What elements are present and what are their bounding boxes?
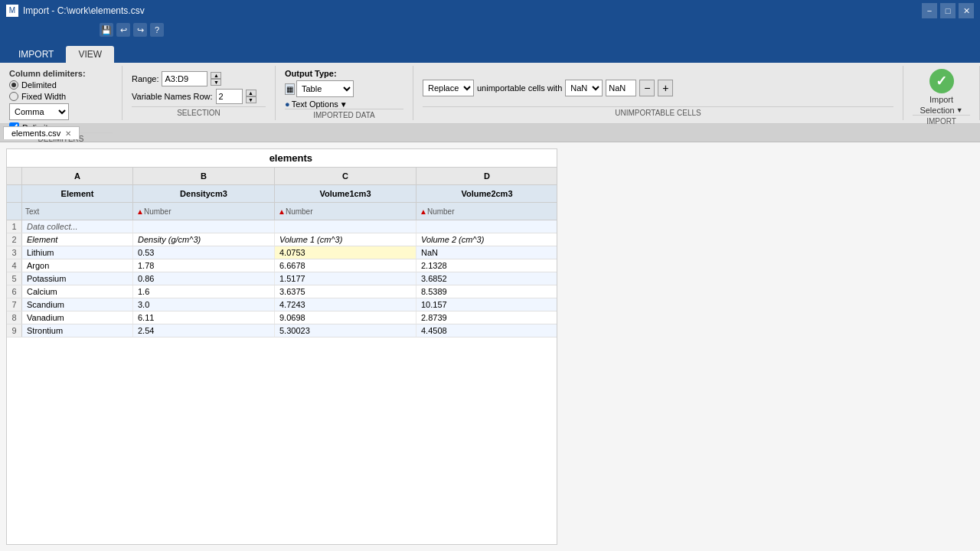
import-text: Import (929, 95, 953, 104)
file-tab-name: elements.csv (11, 129, 60, 138)
import-button[interactable]: ✓ Import Selection ▼ (920, 69, 962, 115)
plus-button[interactable]: + (658, 80, 673, 96)
with-select[interactable]: NaN 0 Inf (565, 80, 603, 96)
table-cell[interactable] (416, 220, 557, 233)
table-cell[interactable] (133, 220, 275, 233)
range-spin-down[interactable]: ▼ (211, 79, 221, 86)
col-volume1-header: Volume1cm3 (275, 185, 416, 202)
import-tab[interactable]: IMPORT (6, 46, 66, 63)
table-cell[interactable]: 5.30023 (275, 324, 416, 337)
table-cell[interactable]: 6.11 (133, 311, 275, 324)
selection-chevron[interactable]: ▼ (956, 106, 963, 114)
table-cell[interactable]: 9.0698 (275, 311, 416, 324)
tab-bar: elements.csv ✕ (0, 124, 980, 142)
table-cell[interactable]: 4.7243 (275, 298, 416, 311)
help-qa-button[interactable]: ? (150, 23, 164, 37)
save-qa-button[interactable]: 💾 (100, 23, 113, 37)
unimportable-row: Replace Keep unimportable cells with NaN… (423, 80, 673, 96)
row-number: 6 (7, 285, 22, 298)
text-options-chevron[interactable]: ▼ (340, 100, 348, 109)
file-tab[interactable]: elements.csv ✕ (3, 126, 80, 139)
table-cell[interactable]: 1.6 (133, 285, 275, 298)
col-header-a[interactable]: A (22, 168, 133, 184)
selection-label: Selection (920, 106, 954, 115)
table-cell[interactable]: 4.0753 (275, 246, 416, 259)
redo-qa-button[interactable]: ↪ (133, 23, 147, 37)
varnames-row: Variable Names Row: ▲ ▼ (132, 89, 256, 104)
col-header-c[interactable]: C (275, 168, 416, 184)
minimize-button[interactable]: − (922, 3, 937, 18)
col-header-d[interactable]: D (416, 168, 557, 184)
title-bar-left: M Import - C:\work\elements.csv (6, 5, 145, 17)
table-cell[interactable]: Potassium (22, 272, 133, 285)
col-element-header: Element (22, 185, 133, 202)
row-number: 7 (7, 298, 22, 311)
table-cell[interactable]: Strontium (22, 324, 133, 337)
table-row: 9Strontium2.545.300234.4508 (7, 324, 557, 337)
nan-value-input[interactable] (606, 80, 636, 96)
range-input[interactable] (162, 71, 207, 86)
table-cell[interactable]: Lithium (22, 246, 133, 259)
table-cell[interactable]: 3.6375 (275, 285, 416, 298)
view-tab[interactable]: VIEW (66, 46, 114, 63)
col-header-b[interactable]: B (133, 168, 275, 184)
delimited-label: Delimited (21, 80, 57, 90)
minus-button[interactable]: − (639, 80, 655, 96)
table-cell[interactable]: Vanadium (22, 311, 133, 324)
range-spin-up[interactable]: ▲ (211, 72, 221, 79)
table-cell[interactable] (275, 220, 416, 233)
data-row-num-header (7, 185, 22, 202)
table-cell[interactable]: 3.6852 (416, 272, 557, 285)
table-cell[interactable]: 0.53 (133, 246, 275, 259)
unimportable-with-label: unimportable cells with (477, 83, 562, 93)
ribbon-tabs: IMPORT VIEW (0, 38, 980, 63)
table-cell[interactable]: Volume 2 (cm^3) (416, 233, 557, 246)
table-cell[interactable]: Density (g/cm^3) (133, 233, 275, 246)
table-cell[interactable]: 8.5389 (416, 285, 557, 298)
fixed-width-option[interactable]: Fixed Width (9, 92, 86, 101)
delimiters-group: Column delimiters: Delimited Fixed Width… (0, 66, 122, 120)
varnames-spin-up[interactable]: ▲ (246, 90, 256, 96)
varnames-input[interactable] (216, 89, 243, 104)
table-cell[interactable]: 2.1328 (416, 259, 557, 272)
unimportable-cells-group-label: UNIMPORTABLE CELLS (423, 106, 893, 117)
table-cell[interactable]: 6.6678 (275, 259, 416, 272)
table-cell[interactable]: Element (22, 233, 133, 246)
table-cell[interactable]: 3.0 (133, 298, 275, 311)
table-cell[interactable]: Calcium (22, 285, 133, 298)
varnames-spin-down[interactable]: ▼ (246, 96, 256, 103)
col-volume2-header: Volume2cm3 (416, 185, 557, 202)
table-cell[interactable]: Data collect... (22, 220, 133, 233)
table-row: 3Lithium0.534.0753NaN (7, 246, 557, 259)
table-cell[interactable]: 2.54 (133, 324, 275, 337)
import-group: ✓ Import Selection ▼ IMPORT (903, 66, 980, 120)
close-button[interactable]: ✕ (959, 3, 974, 18)
delimited-radio[interactable] (9, 80, 18, 90)
table-cell[interactable]: 4.4508 (416, 324, 557, 337)
table-cell[interactable]: Volume 1 (cm^3) (275, 233, 416, 246)
fixed-width-radio[interactable] (9, 92, 18, 101)
data-col-headers: Element Densitycm3 Volume1cm3 Volume2cm3 (7, 185, 557, 203)
replace-select[interactable]: Replace Keep (423, 80, 474, 96)
table-cell[interactable]: NaN (416, 246, 557, 259)
output-type-label: Output Type: (285, 69, 354, 78)
delimited-option[interactable]: Delimited (9, 80, 86, 90)
table-cell[interactable]: 0.86 (133, 272, 275, 285)
output-select-row: ▦ Table Matrix Cell Array (285, 80, 354, 97)
dot-icon: ● (285, 99, 290, 109)
table-icon: ▦ (285, 83, 295, 95)
table-cell[interactable]: Argon (22, 259, 133, 272)
output-type-select[interactable]: Table Matrix Cell Array (296, 80, 354, 97)
table-cell[interactable]: 2.8739 (416, 311, 557, 324)
maximize-button[interactable]: □ (940, 3, 956, 18)
row-number: 1 (7, 220, 22, 233)
table-cell[interactable]: 10.157 (416, 298, 557, 311)
delimiter-select[interactable]: Comma Tab Space Semicolon (9, 103, 69, 120)
table-cell[interactable]: 1.5177 (275, 272, 416, 285)
file-tab-close[interactable]: ✕ (65, 129, 71, 138)
table-cell[interactable]: Scandium (22, 298, 133, 311)
text-options-row[interactable]: ● Text Options ▼ (285, 99, 354, 109)
main-area: elements A B C D Element Densitycm3 Volu… (0, 142, 980, 551)
undo-qa-button[interactable]: ↩ (116, 23, 130, 37)
table-cell[interactable]: 1.78 (133, 259, 275, 272)
